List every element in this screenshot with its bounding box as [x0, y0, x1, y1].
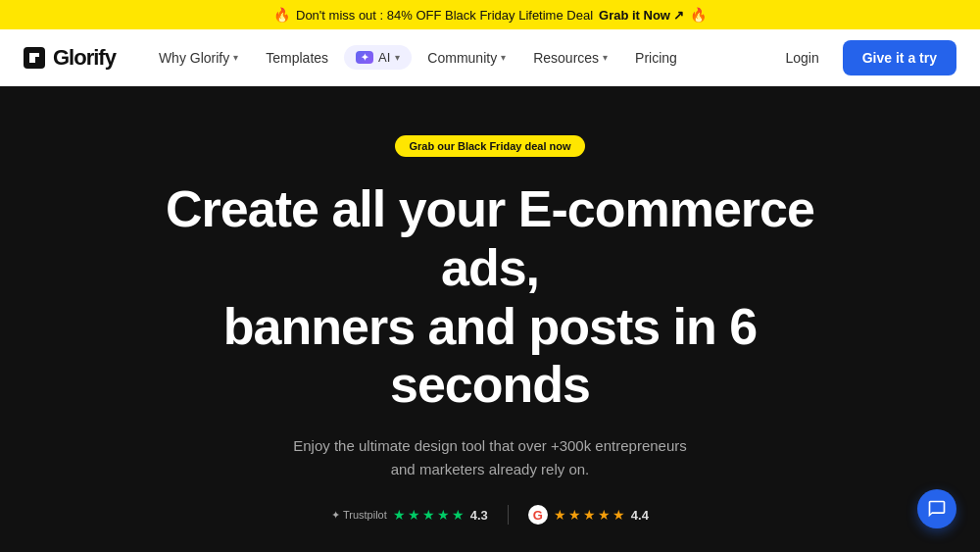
google-stars: ★ ★ ★ ★ ★ [554, 507, 625, 523]
nav-item-ai[interactable]: ✦ AI ▾ [344, 45, 412, 70]
trustpilot-label: ✦ Trustpilot [331, 509, 387, 522]
navbar: Glorify Why Glorify ▾ Templates ✦ AI ▾ C… [0, 29, 980, 86]
fire-icon-left: 🔥 [273, 7, 290, 23]
chevron-down-icon: ▾ [603, 52, 608, 63]
chevron-down-icon: ▾ [501, 52, 506, 63]
nav-item-why-glorify[interactable]: Why Glorify ▾ [147, 42, 250, 74]
external-link-icon: ↗ [673, 8, 684, 23]
hero-title: Create all your E-commerce ads, banners … [147, 180, 833, 415]
nav-item-templates[interactable]: Templates [254, 42, 340, 74]
hero-badge[interactable]: Grab our Black Friday deal now [395, 135, 584, 157]
chevron-down-ai-icon: ▾ [395, 52, 400, 63]
google-rating: G ★ ★ ★ ★ ★ 4.4 [528, 505, 649, 525]
nav-item-resources[interactable]: Resources ▾ [521, 42, 619, 74]
nav-label-community: Community [427, 50, 497, 66]
chat-widget[interactable] [917, 489, 956, 528]
nav-label-ai: AI [378, 50, 390, 65]
google-icon: G [528, 505, 548, 525]
trustpilot-score: 4.3 [470, 508, 488, 523]
logo[interactable]: Glorify [24, 45, 116, 71]
banner-cta-link[interactable]: Grab it Now ↗ [599, 8, 684, 23]
logo-mark [24, 47, 45, 69]
banner-text: Don't miss out : 84% OFF Black Friday Li… [296, 8, 593, 23]
trustpilot-stars: ★ ★ ★ ★ ★ [393, 507, 465, 523]
nav-label-resources: Resources [533, 50, 599, 66]
ai-badge: ✦ [356, 51, 373, 64]
rating-separator [508, 505, 509, 525]
top-banner: 🔥 Don't miss out : 84% OFF Black Friday … [0, 0, 980, 29]
nav-label-templates: Templates [266, 50, 328, 66]
fire-icon-right: 🔥 [690, 7, 707, 23]
chat-icon [927, 499, 947, 519]
nav-label-why-glorify: Why Glorify [159, 50, 229, 66]
nav-item-community[interactable]: Community ▾ [416, 42, 517, 74]
try-button-nav[interactable]: Give it a try [843, 40, 956, 75]
hero-subtitle: Enjoy the ultimate design tool that over… [284, 434, 696, 481]
nav-item-pricing[interactable]: Pricing [623, 42, 689, 74]
nav-right: Login Give it a try [773, 40, 956, 75]
google-score: 4.4 [631, 508, 649, 523]
chevron-down-icon: ▾ [233, 52, 238, 63]
nav-label-pricing: Pricing [635, 50, 677, 66]
hero-section: Grab our Black Friday deal now Create al… [0, 86, 980, 552]
logo-text: Glorify [53, 45, 116, 71]
trustpilot-rating: ✦ Trustpilot ★ ★ ★ ★ ★ 4.3 [331, 507, 488, 523]
nav-links: Why Glorify ▾ Templates ✦ AI ▾ Community… [147, 42, 774, 74]
login-button[interactable]: Login [773, 42, 830, 74]
ratings-row: ✦ Trustpilot ★ ★ ★ ★ ★ 4.3 G ★ ★ ★ ★ ★ 4… [20, 505, 960, 525]
